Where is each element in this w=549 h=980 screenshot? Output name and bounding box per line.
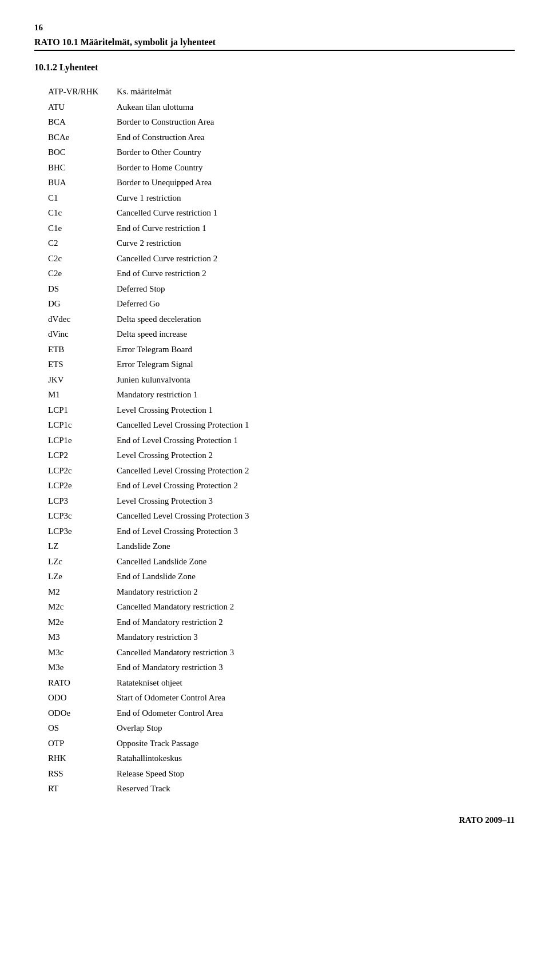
definition-cell: Ratahallintokeskus	[114, 751, 526, 766]
definition-cell: Cancelled Level Crossing Protection 3	[114, 508, 526, 524]
table-row: C2Curve 2 restriction	[46, 236, 526, 251]
abbreviation-cell: LCP1	[46, 403, 114, 418]
definition-cell: End of Landslide Zone	[114, 569, 526, 584]
definition-cell: Start of Odometer Control Area	[114, 690, 526, 706]
table-row: DSDeferred Stop	[46, 281, 526, 297]
table-row: M3cCancelled Mandatory restriction 3	[46, 645, 526, 660]
table-row: RHKRatahallintokeskus	[46, 751, 526, 766]
definition-cell: Cancelled Curve restriction 2	[114, 251, 526, 266]
definition-cell: Release Speed Stop	[114, 766, 526, 782]
abbreviation-cell: ETS	[46, 357, 114, 372]
abbreviation-cell: RATO	[46, 675, 114, 691]
table-row: M2cCancelled Mandatory restriction 2	[46, 599, 526, 615]
abbreviation-cell: ATU	[46, 99, 114, 115]
abbreviation-cell: LCP2c	[46, 463, 114, 479]
subsection-title: 10.1.2 Lyhenteet	[34, 62, 515, 73]
table-row: OSOverlap Stop	[46, 720, 526, 736]
definition-cell: Border to Unequipped Area	[114, 175, 526, 190]
definition-cell: End of Construction Area	[114, 130, 526, 145]
abbreviation-cell: C1c	[46, 205, 114, 221]
abbreviation-cell: M3e	[46, 660, 114, 675]
abbreviation-cell: C2c	[46, 251, 114, 266]
definition-cell: Error Telegram Signal	[114, 357, 526, 372]
definition-cell: Mandatory restriction 1	[114, 387, 526, 403]
table-row: OTPOpposite Track Passage	[46, 736, 526, 751]
table-row: LCP1Level Crossing Protection 1	[46, 403, 526, 418]
definition-cell: Cancelled Landslide Zone	[114, 554, 526, 569]
table-row: JKVJunien kulunvalvonta	[46, 372, 526, 388]
definition-cell: Cancelled Level Crossing Protection 2	[114, 463, 526, 479]
definition-cell: Cancelled Curve restriction 1	[114, 205, 526, 221]
definition-cell: Landslide Zone	[114, 539, 526, 554]
abbreviation-cell: M2e	[46, 615, 114, 630]
definition-cell: Level Crossing Protection 2	[114, 448, 526, 463]
abbreviation-cell: LCP2e	[46, 478, 114, 493]
definition-cell: End of Odometer Control Area	[114, 706, 526, 721]
definition-cell: End of Curve restriction 2	[114, 266, 526, 281]
page-number: 16	[34, 23, 515, 33]
abbreviation-cell: M2c	[46, 599, 114, 615]
table-row: BUABorder to Unequipped Area	[46, 175, 526, 190]
definition-cell: Border to Other Country	[114, 145, 526, 160]
abbreviation-cell: LZe	[46, 569, 114, 584]
definition-cell: End of Level Crossing Protection 1	[114, 433, 526, 448]
table-row: RTReserved Track	[46, 781, 526, 796]
table-row: BHCBorder to Home Country	[46, 160, 526, 176]
table-row: LCP3cCancelled Level Crossing Protection…	[46, 508, 526, 524]
abbreviations-table: ATP-VR/RHKKs. määritelmätATUAukean tilan…	[46, 84, 526, 796]
definition-cell: End of Mandatory restriction 3	[114, 660, 526, 675]
abbreviation-cell: M3	[46, 630, 114, 645]
abbreviation-cell: ODO	[46, 690, 114, 706]
table-row: LCP3eEnd of Level Crossing Protection 3	[46, 524, 526, 539]
definition-cell: Mandatory restriction 3	[114, 630, 526, 645]
table-row: LZcCancelled Landslide Zone	[46, 554, 526, 569]
table-row: M2Mandatory restriction 2	[46, 584, 526, 600]
abbreviation-cell: ETB	[46, 342, 114, 357]
table-row: ATUAukean tilan ulottuma	[46, 99, 526, 115]
definition-cell: End of Mandatory restriction 2	[114, 615, 526, 630]
abbreviation-cell: LCP3c	[46, 508, 114, 524]
abbreviation-cell: ATP-VR/RHK	[46, 84, 114, 99]
definition-cell: End of Level Crossing Protection 3	[114, 524, 526, 539]
abbreviation-cell: JKV	[46, 372, 114, 388]
definition-cell: Cancelled Mandatory restriction 2	[114, 599, 526, 615]
abbreviation-cell: LCP1e	[46, 433, 114, 448]
table-row: C2cCancelled Curve restriction 2	[46, 251, 526, 266]
footer: RATO 2009–11	[459, 815, 515, 825]
abbreviation-cell: LCP2	[46, 448, 114, 463]
definition-cell: Level Crossing Protection 1	[114, 403, 526, 418]
page: 16 RATO 10.1 Määritelmät, symbolit ja ly…	[0, 0, 549, 842]
abbreviation-cell: ODOe	[46, 706, 114, 721]
definition-cell: Junien kulunvalvonta	[114, 372, 526, 388]
table-row: ETSError Telegram Signal	[46, 357, 526, 372]
abbreviation-cell: dVinc	[46, 326, 114, 342]
table-row: C1eEnd of Curve restriction 1	[46, 221, 526, 236]
table-row: LCP2eEnd of Level Crossing Protection 2	[46, 478, 526, 493]
definition-cell: Cancelled Mandatory restriction 3	[114, 645, 526, 660]
definition-cell: Overlap Stop	[114, 720, 526, 736]
table-row: LCP1cCancelled Level Crossing Protection…	[46, 417, 526, 433]
section-header: RATO 10.1 Määritelmät, symbolit ja lyhen…	[34, 37, 515, 51]
table-row: ODOStart of Odometer Control Area	[46, 690, 526, 706]
table-row: BOCBorder to Other Country	[46, 145, 526, 160]
table-row: LCP1eEnd of Level Crossing Protection 1	[46, 433, 526, 448]
table-row: C2eEnd of Curve restriction 2	[46, 266, 526, 281]
table-row: C1cCancelled Curve restriction 1	[46, 205, 526, 221]
table-row: dVdecDelta speed deceleration	[46, 312, 526, 327]
table-row: LCP3Level Crossing Protection 3	[46, 493, 526, 509]
abbreviation-cell: C1e	[46, 221, 114, 236]
table-row: ETBError Telegram Board	[46, 342, 526, 357]
definition-cell: Ratatekniset ohjeet	[114, 675, 526, 691]
definition-cell: End of Curve restriction 1	[114, 221, 526, 236]
definition-cell: Opposite Track Passage	[114, 736, 526, 751]
abbreviation-cell: C2e	[46, 266, 114, 281]
abbreviation-cell: DG	[46, 296, 114, 312]
table-row: RATORatatekniset ohjeet	[46, 675, 526, 691]
table-row: M2eEnd of Mandatory restriction 2	[46, 615, 526, 630]
definition-cell: Mandatory restriction 2	[114, 584, 526, 600]
definition-cell: Error Telegram Board	[114, 342, 526, 357]
definition-cell: Border to Home Country	[114, 160, 526, 176]
definition-cell: Aukean tilan ulottuma	[114, 99, 526, 115]
abbreviation-cell: BUA	[46, 175, 114, 190]
abbreviation-cell: OS	[46, 720, 114, 736]
